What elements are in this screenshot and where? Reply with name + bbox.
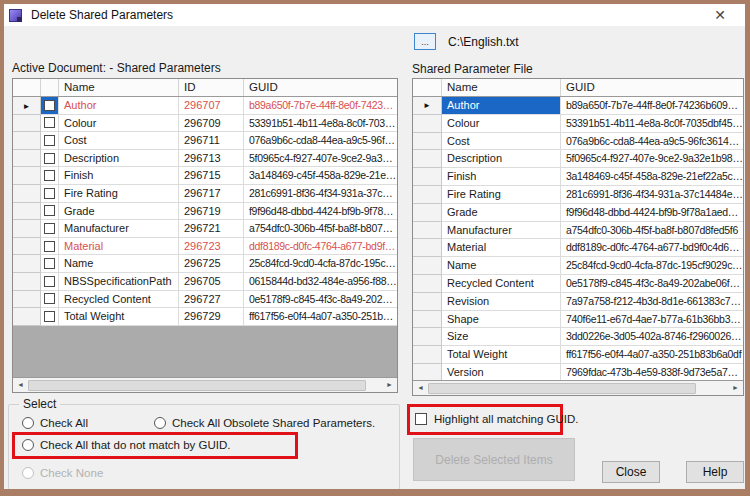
- row-checkbox-cell[interactable]: [41, 185, 59, 203]
- scroll-right-icon[interactable]: ►: [728, 381, 743, 395]
- row-checkbox-cell[interactable]: [41, 203, 59, 221]
- checkbox-label[interactable]: Highlight all matching GUID.: [434, 413, 578, 425]
- row-header-cell[interactable]: [13, 255, 41, 273]
- row-header-cell[interactable]: [413, 204, 442, 222]
- name-cell[interactable]: Colour: [442, 115, 561, 133]
- row-header-cell[interactable]: [413, 328, 442, 346]
- parameter-row[interactable]: Materialddf8189c-d0fc-4764-a677-bd9f0c4d…: [413, 239, 743, 257]
- guid-cell[interactable]: 3a148469-c45f-458a-829e-21ef22a5cf2f: [244, 167, 397, 185]
- row-header-cell[interactable]: [13, 203, 41, 221]
- name-cell[interactable]: Material: [59, 238, 179, 256]
- row-header-cell[interactable]: [413, 133, 442, 151]
- guid-cell[interactable]: f9f96d48-dbbd-4424-bf9b-9f78a1aed5d0: [561, 204, 743, 222]
- row-checkbox-cell[interactable]: [41, 238, 59, 256]
- guid-cell[interactable]: ff617f56-e0f4-4a07-a350-251b83b6a0df: [244, 308, 397, 326]
- row-checkbox-cell[interactable]: [41, 97, 59, 115]
- id-cell[interactable]: 296729: [179, 308, 244, 326]
- name-cell[interactable]: Grade: [59, 203, 179, 221]
- window-close-icon[interactable]: ✕: [709, 5, 731, 25]
- guid-cell[interactable]: ddf8189c-d0fc-4764-a677-bd9f0c4d6a2d: [244, 238, 397, 256]
- name-cell[interactable]: Cost: [59, 132, 179, 150]
- parameter-row[interactable]: ►Author296707b89a650f-7b7e-44ff-8e0f-742…: [13, 97, 397, 115]
- radio-check-all[interactable]: Check All: [22, 417, 88, 429]
- guid-cell[interactable]: 076a9b6c-cda8-44ea-a9c5-96fc3614bc28: [244, 132, 397, 150]
- parameter-row[interactable]: Material296723ddf8189c-d0fc-4764-a677-bd…: [13, 238, 397, 256]
- id-cell[interactable]: 296713: [179, 150, 244, 168]
- guid-cell[interactable]: 281c6991-8f36-4f34-931a-37c14484ee7d: [561, 186, 743, 204]
- browse-file-button[interactable]: ...: [414, 33, 436, 50]
- radio-label[interactable]: Check All that do not match by GUID.: [40, 439, 230, 451]
- name-cell[interactable]: Revision: [442, 293, 561, 311]
- parameter-row[interactable]: Description2967135f0965c4-f927-407e-9ce2…: [13, 150, 397, 168]
- radio-icon[interactable]: [154, 417, 166, 429]
- id-cell[interactable]: 296717: [179, 185, 244, 203]
- active-grid-hscrollbar[interactable]: ◄ ►: [13, 377, 397, 392]
- row-checkbox-icon[interactable]: [44, 241, 55, 252]
- guid-cell[interactable]: 281c6991-8f36-4f34-931a-37c14484ee7d: [244, 185, 397, 203]
- guid-cell[interactable]: 5f0965c4-f927-407e-9ce2-9a32e1b983d5: [561, 150, 743, 168]
- parameter-row[interactable]: Finish3a148469-c45f-458a-829e-21ef22a5cf…: [413, 168, 743, 186]
- checkbox-icon[interactable]: [415, 413, 427, 425]
- parameter-row[interactable]: Name25c84fcd-9cd0-4cfa-87dc-195cf9029c30: [413, 257, 743, 275]
- parameter-row[interactable]: Cost076a9b6c-cda8-44ea-a9c5-96fc3614bc28: [413, 133, 743, 151]
- parameter-row[interactable]: Manufacturer296721a754dfc0-306b-4f5f-ba8…: [13, 220, 397, 238]
- row-header-cell[interactable]: [13, 132, 41, 150]
- guid-cell[interactable]: 740f6e11-e67d-4ae7-b77a-61b36bb37bde: [561, 311, 743, 329]
- parameter-row[interactable]: ►Authorb89a650f-7b7e-44ff-8e0f-74236b609…: [413, 97, 743, 115]
- row-header-cell[interactable]: [13, 150, 41, 168]
- guid-cell[interactable]: 25c84fcd-9cd0-4cfa-87dc-195cf9029c30: [244, 255, 397, 273]
- name-cell[interactable]: Manufacturer: [59, 220, 179, 238]
- parameter-row[interactable]: Total Weightff617f56-e0f4-4a07-a350-251b…: [413, 346, 743, 364]
- highlight-matching-guid-checkbox[interactable]: Highlight all matching GUID.: [415, 413, 578, 425]
- parameter-row[interactable]: Total Weight296729ff617f56-e0f4-4a07-a35…: [13, 308, 397, 326]
- row-checkbox-icon[interactable]: [44, 100, 55, 111]
- help-button[interactable]: Help: [686, 461, 744, 483]
- scroll-right-icon[interactable]: ►: [382, 378, 397, 392]
- radio-icon[interactable]: [22, 439, 34, 451]
- scrollbar-thumb[interactable]: [28, 380, 366, 391]
- scroll-left-icon[interactable]: ◄: [13, 378, 28, 392]
- parameter-row[interactable]: Colour53391b51-4b11-4e8a-8c0f-7035dbf454…: [413, 115, 743, 133]
- id-cell[interactable]: 296709: [179, 115, 244, 133]
- guid-cell[interactable]: 0e5178f9-c845-4f3c-8a49-202abe06f6b7: [244, 291, 397, 309]
- id-cell[interactable]: 296711: [179, 132, 244, 150]
- name-cell[interactable]: NBSSpecificationPath: [59, 273, 179, 291]
- file-grid-hscrollbar[interactable]: ◄ ►: [413, 380, 743, 395]
- id-cell[interactable]: 296719: [179, 203, 244, 221]
- guid-column-header[interactable]: GUID: [561, 79, 743, 96]
- row-checkbox-cell[interactable]: [41, 132, 59, 150]
- id-cell[interactable]: 296707: [179, 97, 244, 115]
- row-header-cell[interactable]: [13, 291, 41, 309]
- parameter-row[interactable]: NBSSpecificationPath2967050615844d-bd32-…: [13, 273, 397, 291]
- name-cell[interactable]: Description: [59, 150, 179, 168]
- guid-cell[interactable]: a754dfc0-306b-4f5f-ba8f-b807d8fed5f6: [244, 220, 397, 238]
- parameter-row[interactable]: Description5f0965c4-f927-407e-9ce2-9a32e…: [413, 150, 743, 168]
- row-header-cell[interactable]: [413, 168, 442, 186]
- parameter-row[interactable]: Grade296719f9f96d48-dbbd-4424-bf9b-9f78a…: [13, 203, 397, 221]
- row-checkbox-cell[interactable]: [41, 255, 59, 273]
- guid-cell[interactable]: a754dfc0-306b-4f5f-ba8f-b807d8fed5f6: [561, 222, 743, 240]
- row-header-cell[interactable]: [413, 222, 442, 240]
- row-header-cell[interactable]: [413, 311, 442, 329]
- guid-cell[interactable]: 0615844d-bd32-484e-a956-f886a7e3f: [244, 273, 397, 291]
- name-cell[interactable]: Fire Rating: [59, 185, 179, 203]
- parameter-row[interactable]: Name29672525c84fcd-9cd0-4cfa-87dc-195cf9…: [13, 255, 397, 273]
- row-checkbox-cell[interactable]: [41, 308, 59, 326]
- row-header-cell[interactable]: [13, 220, 41, 238]
- parameter-row[interactable]: Recycled Content0e5178f9-c845-4f3c-8a49-…: [413, 275, 743, 293]
- row-checkbox-cell[interactable]: [41, 167, 59, 185]
- parameter-row[interactable]: Recycled Content2967270e5178f9-c845-4f3c…: [13, 291, 397, 309]
- name-cell[interactable]: Name: [59, 255, 179, 273]
- id-cell[interactable]: 296705: [179, 273, 244, 291]
- row-header-cell[interactable]: [413, 346, 442, 364]
- row-header-cell[interactable]: [13, 185, 41, 203]
- row-checkbox-cell[interactable]: [41, 291, 59, 309]
- row-header-cell[interactable]: [413, 293, 442, 311]
- radio-label[interactable]: Check All: [40, 417, 88, 429]
- parameter-row[interactable]: Gradef9f96d48-dbbd-4424-bf9b-9f78a1aed5d…: [413, 204, 743, 222]
- radio-icon[interactable]: [22, 417, 34, 429]
- row-checkbox-icon[interactable]: [44, 205, 55, 216]
- name-cell[interactable]: Total Weight: [59, 308, 179, 326]
- checkbox-column-header[interactable]: [41, 79, 59, 96]
- parameter-row[interactable]: Fire Rating281c6991-8f36-4f34-931a-37c14…: [413, 186, 743, 204]
